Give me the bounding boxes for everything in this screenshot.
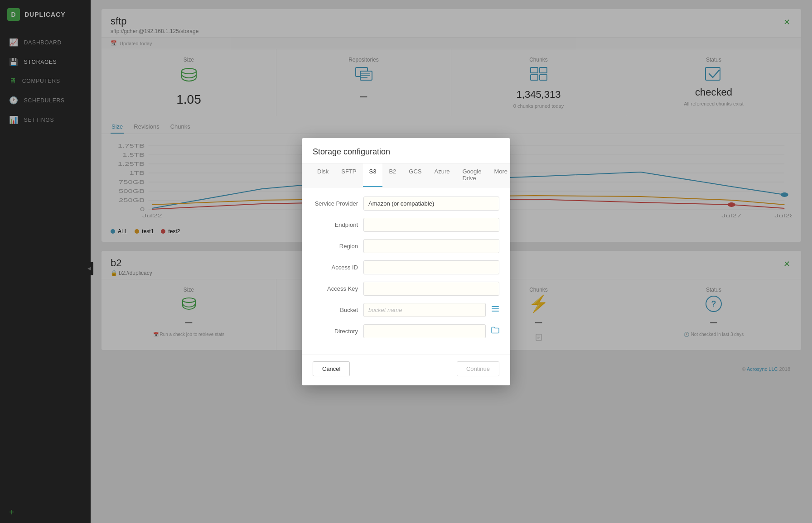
modal-tabs: Disk SFTP S3 B2 GCS Azure Google Drive M… bbox=[302, 163, 510, 187]
endpoint-row: Endpiont bbox=[313, 218, 499, 232]
endpoint-label: Endpiont bbox=[313, 221, 358, 228]
access-id-row: Access ID bbox=[313, 260, 499, 274]
modal-tab-more[interactable]: More bbox=[488, 163, 510, 187]
service-provider-label: Service Provider bbox=[313, 200, 358, 207]
cancel-button[interactable]: Cancel bbox=[313, 361, 350, 376]
modal-tab-s3[interactable]: S3 bbox=[363, 163, 383, 187]
access-id-input[interactable] bbox=[363, 260, 499, 274]
continue-button[interactable]: Continue bbox=[457, 361, 499, 376]
directory-label: Directory bbox=[313, 328, 358, 335]
bucket-row: Bucket bbox=[313, 303, 499, 317]
bucket-list-icon[interactable] bbox=[491, 305, 499, 315]
directory-row: Directory bbox=[313, 324, 499, 338]
access-key-row: Access Key bbox=[313, 282, 499, 296]
modal-tab-disk[interactable]: Disk bbox=[311, 163, 335, 187]
endpoint-input[interactable] bbox=[363, 218, 499, 232]
storage-config-modal: Storage configuration Disk SFTP S3 B2 GC… bbox=[302, 138, 510, 385]
access-key-input[interactable] bbox=[363, 282, 499, 296]
modal-tab-gcs[interactable]: GCS bbox=[402, 163, 428, 187]
access-id-label: Access ID bbox=[313, 264, 358, 271]
directory-input[interactable] bbox=[363, 324, 486, 338]
service-provider-row: Service Provider bbox=[313, 197, 499, 211]
modal-tab-b2[interactable]: B2 bbox=[382, 163, 402, 187]
access-key-label: Access Key bbox=[313, 285, 358, 292]
region-label: Region bbox=[313, 243, 358, 250]
modal-tab-azure[interactable]: Azure bbox=[428, 163, 456, 187]
modal-title: Storage configuration bbox=[302, 138, 510, 163]
directory-folder-icon[interactable] bbox=[491, 326, 499, 336]
modal-overlay: Storage configuration Disk SFTP S3 B2 GC… bbox=[0, 0, 812, 523]
modal-tab-googledrive[interactable]: Google Drive bbox=[456, 163, 488, 187]
region-row: Region bbox=[313, 239, 499, 253]
service-provider-input[interactable] bbox=[363, 197, 499, 211]
bucket-input[interactable] bbox=[363, 303, 486, 317]
modal-tab-sftp[interactable]: SFTP bbox=[335, 163, 362, 187]
region-input[interactable] bbox=[363, 239, 499, 253]
modal-body: Service Provider Endpiont Region Access … bbox=[302, 187, 510, 355]
modal-footer: Cancel Continue bbox=[302, 355, 510, 385]
bucket-label: Bucket bbox=[313, 307, 358, 313]
